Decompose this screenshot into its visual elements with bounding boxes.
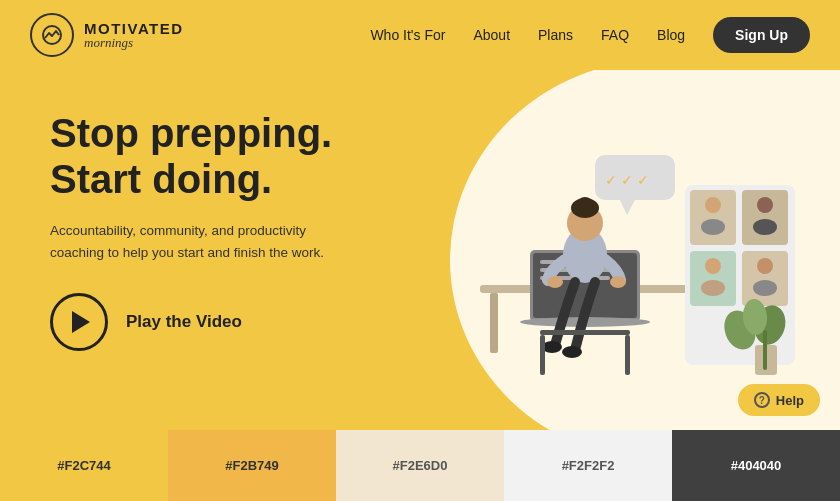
svg-point-18 [705,197,721,213]
svg-point-25 [753,280,777,296]
palette-swatch-2: #F2E6D0 [336,430,504,501]
palette-label-0: #F2C744 [57,458,110,473]
palette-label-1: #F2B749 [225,458,278,473]
play-circle-icon [50,293,108,351]
svg-marker-11 [620,200,635,215]
palette-label-3: #F2F2F2 [562,458,615,473]
hero-title-line2: Start doing. [50,157,272,201]
svg-rect-36 [625,335,630,375]
help-label: Help [776,393,804,408]
svg-text:✓ ✓ ✓: ✓ ✓ ✓ [605,172,649,188]
palette-label-4: #404040 [731,458,782,473]
palette-label-2: #F2E6D0 [393,458,448,473]
hero-content: Stop prepping. Start doing. Accountabili… [50,110,430,351]
svg-point-23 [701,280,725,296]
svg-point-20 [757,197,773,213]
brand-name-bottom: mornings [84,36,184,49]
svg-rect-2 [490,293,498,353]
help-button[interactable]: ? Help [738,384,820,416]
nav-who-its-for[interactable]: Who It's For [370,27,445,43]
nav-about[interactable]: About [473,27,510,43]
svg-point-31 [610,276,626,288]
logo[interactable]: MOTIVATED mornings [30,13,184,57]
play-label: Play the Video [126,312,242,332]
logo-icon [30,13,74,57]
play-triangle-icon [72,311,90,333]
nav-blog[interactable]: Blog [657,27,685,43]
logo-text: MOTIVATED mornings [84,21,184,49]
svg-point-30 [547,276,563,288]
svg-point-33 [562,346,582,358]
svg-point-19 [701,219,725,235]
palette-swatch-4: #404040 [672,430,840,501]
palette-swatch-3: #F2F2F2 [504,430,672,501]
hero-title-line1: Stop prepping. [50,111,332,155]
palette-swatch-0: #F2C744 [0,430,168,501]
color-palette: #F2C744#F2B749#F2E6D0#F2F2F2#404040 [0,430,840,501]
svg-point-24 [757,258,773,274]
svg-point-21 [753,219,777,235]
hero-title: Stop prepping. Start doing. [50,110,430,202]
svg-point-22 [705,258,721,274]
svg-point-29 [577,197,593,213]
nav-faq[interactable]: FAQ [601,27,629,43]
nav-plans[interactable]: Plans [538,27,573,43]
signup-button[interactable]: Sign Up [713,17,810,53]
help-icon: ? [754,392,770,408]
header: MOTIVATED mornings Who It's For About Pl… [0,0,840,70]
palette-swatch-1: #F2B749 [168,430,336,501]
hero-illustration: ✓ ✓ ✓ [400,75,810,430]
navigation: Who It's For About Plans FAQ Blog Sign U… [370,17,810,53]
svg-rect-41 [763,330,767,370]
play-button[interactable]: Play the Video [50,293,430,351]
svg-rect-34 [540,330,630,335]
hero-subtitle: Accountability, community, and productiv… [50,220,350,263]
hero-section: Stop prepping. Start doing. Accountabili… [0,70,840,430]
brand-name-top: MOTIVATED [84,21,184,36]
svg-rect-35 [540,335,545,375]
